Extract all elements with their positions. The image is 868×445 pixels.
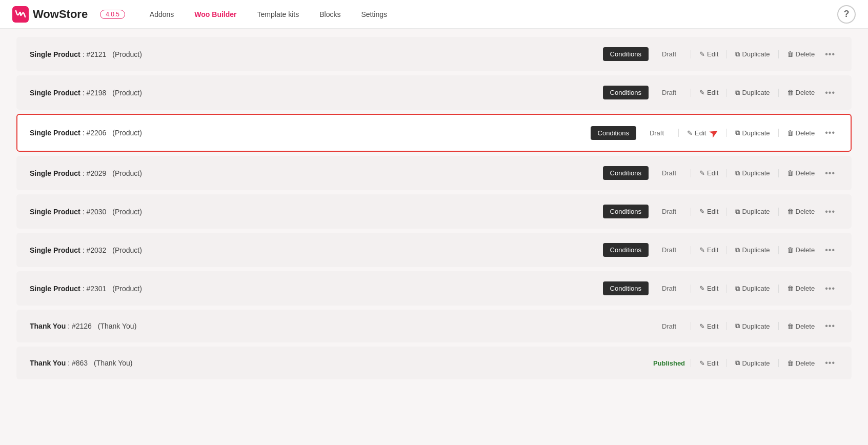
row-actions: Draft ✎ Edit ⧉ Duplicate 🗑 Delete ••• [597, 320, 838, 332]
conditions-button[interactable]: Conditions [603, 243, 649, 257]
divider [691, 169, 691, 177]
template-tag: (Product) [112, 285, 142, 293]
divider [778, 89, 779, 97]
delete-button[interactable]: 🗑 Delete [784, 167, 818, 179]
template-row: Thank You : #863 (Thank You) Published ✎… [16, 347, 852, 379]
edit-button[interactable]: ✎ Edit➤ [684, 124, 721, 141]
duplicate-button[interactable]: ⧉ Duplicate [732, 167, 773, 179]
nav-blocks[interactable]: Blocks [311, 6, 349, 23]
delete-button[interactable]: 🗑 Delete [784, 244, 818, 256]
conditions-button[interactable]: Conditions [603, 281, 649, 295]
more-button[interactable]: ••• [822, 49, 838, 60]
duplicate-button[interactable]: ⧉ Duplicate [732, 282, 773, 295]
delete-button[interactable]: 🗑 Delete [784, 282, 818, 294]
delete-button[interactable]: 🗑 Delete [784, 127, 818, 139]
nav-woo-builder[interactable]: Woo Builder [186, 6, 245, 23]
divider [691, 208, 691, 216]
delete-icon: 🗑 [787, 246, 794, 254]
more-button[interactable]: ••• [822, 320, 838, 332]
duplicate-button[interactable]: ⧉ Duplicate [732, 244, 773, 256]
delete-button[interactable]: 🗑 Delete [784, 48, 818, 60]
more-button[interactable]: ••• [822, 168, 838, 179]
header: WowStore 4.0.5 Addons Woo Builder Templa… [0, 0, 868, 29]
conditions-button[interactable]: Conditions [603, 86, 649, 99]
edit-button[interactable]: ✎ Edit [696, 320, 721, 332]
divider [691, 246, 691, 254]
template-row: Single Product : #2206 (Product) Conditi… [16, 114, 852, 152]
conditions-button[interactable]: Conditions [603, 205, 649, 218]
template-desc: : #2198 [80, 89, 109, 97]
divider [778, 322, 779, 330]
template-info: Single Product : #2030 (Product) [30, 208, 603, 216]
more-button[interactable]: ••• [822, 127, 838, 138]
edit-button[interactable]: ✎ Edit [696, 167, 721, 179]
delete-button[interactable]: 🗑 Delete [784, 320, 818, 332]
delete-icon: 🗑 [787, 89, 794, 96]
status-label: Draft [653, 246, 685, 254]
template-type: Single Product [30, 169, 80, 177]
conditions-button[interactable]: Conditions [591, 126, 636, 140]
delete-icon: 🗑 [787, 322, 794, 330]
template-info: Single Product : #2029 (Product) [30, 169, 603, 177]
divider [778, 129, 779, 137]
edit-button[interactable]: ✎ Edit [696, 357, 721, 369]
delete-button[interactable]: 🗑 Delete [784, 87, 818, 98]
edit-button[interactable]: ✎ Edit [696, 48, 721, 60]
more-button[interactable]: ••• [822, 357, 838, 369]
divider [726, 50, 727, 58]
help-button[interactable]: ? [837, 5, 856, 24]
conditions-button[interactable]: Conditions [603, 47, 649, 61]
edit-button[interactable]: ✎ Edit [696, 282, 721, 294]
edit-button[interactable]: ✎ Edit [696, 87, 721, 98]
conditions-button[interactable]: Conditions [603, 166, 649, 180]
nav-addons[interactable]: Addons [142, 6, 182, 23]
status-label: Draft [653, 169, 685, 177]
duplicate-icon: ⧉ [735, 246, 740, 254]
nav-settings[interactable]: Settings [353, 6, 395, 23]
duplicate-button[interactable]: ⧉ Duplicate [732, 357, 773, 369]
duplicate-button[interactable]: ⧉ Duplicate [732, 320, 773, 332]
more-button[interactable]: ••• [822, 283, 838, 294]
divider [778, 285, 779, 293]
more-button[interactable]: ••• [822, 206, 838, 217]
divider [726, 89, 727, 97]
divider [778, 50, 779, 58]
duplicate-icon: ⧉ [735, 129, 740, 137]
edit-icon: ✎ [699, 169, 705, 177]
row-actions: Conditions Draft ✎ Edit ⧉ Duplicate 🗑 De… [603, 47, 838, 61]
edit-button[interactable]: ✎ Edit [696, 244, 721, 256]
duplicate-button[interactable]: ⧉ Duplicate [732, 127, 773, 139]
status-label: Draft [653, 50, 685, 58]
template-type: Thank You [30, 322, 66, 330]
arrow-indicator: ➤ [706, 125, 721, 141]
row-actions: Conditions Draft ✎ Edit ⧉ Duplicate 🗑 De… [603, 205, 838, 218]
template-desc: : #2029 [80, 169, 109, 177]
template-type: Single Product [30, 50, 80, 58]
nav-template-kits[interactable]: Template kits [249, 6, 308, 23]
status-label: Draft [653, 89, 685, 96]
template-info: Thank You : #2126 (Thank You) [30, 322, 597, 330]
more-button[interactable]: ••• [822, 87, 838, 98]
duplicate-icon: ⧉ [735, 359, 740, 367]
template-type: Thank You [30, 359, 66, 367]
template-type: Single Product [30, 246, 80, 254]
delete-button[interactable]: 🗑 Delete [784, 357, 818, 369]
template-row: Single Product : #2029 (Product) Conditi… [16, 156, 852, 190]
edit-icon: ✎ [699, 285, 705, 292]
delete-button[interactable]: 🗑 Delete [784, 206, 818, 217]
duplicate-icon: ⧉ [735, 50, 740, 58]
more-button[interactable]: ••• [822, 245, 838, 256]
template-row: Single Product : #2198 (Product) Conditi… [16, 75, 852, 110]
edit-button[interactable]: ✎ Edit [696, 206, 721, 217]
divider [691, 322, 691, 330]
template-desc: : #2206 [80, 129, 109, 137]
template-info: Single Product : #2198 (Product) [30, 89, 603, 97]
edit-icon: ✎ [699, 359, 705, 367]
divider [726, 129, 727, 137]
duplicate-button[interactable]: ⧉ Duplicate [732, 87, 773, 99]
duplicate-icon: ⧉ [735, 89, 740, 97]
main-content: Single Product : #2121 (Product) Conditi… [0, 29, 868, 445]
duplicate-button[interactable]: ⧉ Duplicate [732, 48, 773, 60]
duplicate-button[interactable]: ⧉ Duplicate [732, 206, 773, 218]
row-actions: Conditions Draft ✎ Edit ⧉ Duplicate 🗑 De… [603, 86, 838, 99]
